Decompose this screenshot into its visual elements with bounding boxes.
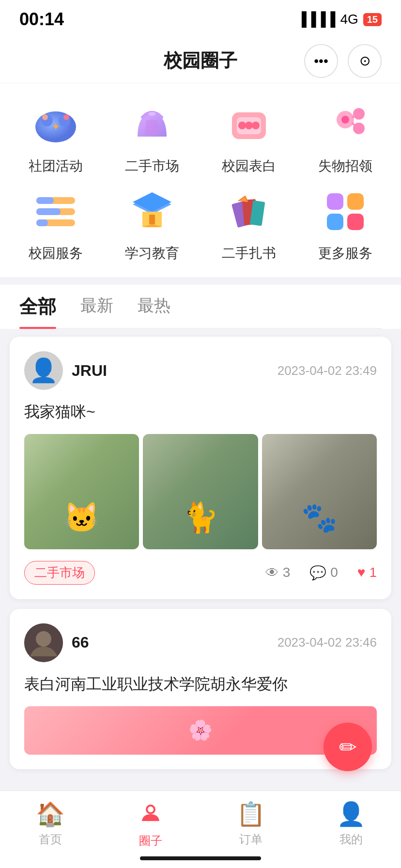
username-2: 66 bbox=[72, 634, 89, 651]
likes-count-1: 1 bbox=[369, 565, 377, 580]
category-item-zashu[interactable]: 二手扎书 bbox=[203, 185, 295, 263]
svg-point-4 bbox=[42, 114, 48, 120]
home-indicator bbox=[140, 856, 261, 860]
nav-orders[interactable]: 📋 订单 bbox=[200, 801, 301, 847]
category-item-ershow[interactable]: 二手市场 bbox=[107, 98, 199, 175]
svg-point-10 bbox=[245, 122, 253, 129]
nav-home[interactable]: 🏠 首页 bbox=[0, 801, 100, 847]
post-tag-1[interactable]: 二手市场 bbox=[24, 561, 95, 585]
svg-rect-35 bbox=[347, 214, 364, 230]
category-grid: ✦ 社团活动 bbox=[10, 98, 391, 263]
category-section: ✦ 社团活动 bbox=[0, 83, 401, 277]
svg-rect-33 bbox=[347, 193, 364, 210]
biaobai-label: 校园表白 bbox=[222, 157, 276, 175]
tab-latest[interactable]: 最新 bbox=[80, 294, 113, 328]
header-actions: ••• ⊙ bbox=[304, 44, 382, 78]
tab-hot[interactable]: 最热 bbox=[138, 294, 170, 328]
post-image-1-2[interactable] bbox=[143, 434, 258, 549]
category-item-fuwu[interactable]: 校园服务 bbox=[10, 185, 102, 263]
compose-icon: ✏ bbox=[339, 735, 357, 760]
views-count-1: 3 bbox=[283, 565, 291, 580]
eye-icon: 👁 bbox=[265, 565, 279, 581]
post-images-1 bbox=[24, 434, 377, 549]
svg-point-6 bbox=[148, 112, 156, 116]
svg-point-14 bbox=[353, 123, 365, 134]
orders-label: 订单 bbox=[239, 832, 262, 847]
shetuanhuodong-label: 社团活动 bbox=[29, 157, 83, 175]
shiwu-icon bbox=[319, 98, 372, 151]
shiwu-label: 失物招领 bbox=[318, 157, 372, 175]
username-1: JRUI bbox=[72, 362, 107, 380]
more-button[interactable]: ••• bbox=[304, 44, 338, 78]
more-services-label: 更多服务 bbox=[318, 244, 372, 263]
biaobai-icon bbox=[222, 98, 276, 151]
avatar-1: 👤 bbox=[24, 351, 63, 390]
category-item-jiaoyu[interactable]: 学习教育 bbox=[107, 185, 199, 263]
svg-text:✦: ✦ bbox=[51, 121, 60, 133]
scan-icon: ⊙ bbox=[359, 53, 370, 69]
home-label: 首页 bbox=[39, 832, 62, 847]
network-type: 4G bbox=[340, 12, 358, 27]
post-image-1-1[interactable] bbox=[24, 434, 139, 549]
post-content-1: 我家猫咪~ bbox=[24, 400, 377, 424]
comment-icon: 💬 bbox=[309, 565, 326, 581]
post-user-1: 👤 JRUI bbox=[24, 351, 107, 390]
status-icons: ▐▐▐▐ 4G 15 bbox=[297, 12, 382, 27]
nav-circle[interactable]: 圈子 bbox=[100, 801, 200, 849]
likes-stat-1[interactable]: ♥ 1 bbox=[357, 565, 377, 580]
tab-all[interactable]: 全部 bbox=[19, 294, 56, 328]
svg-point-5 bbox=[63, 114, 69, 120]
tabs-section: 全部 最新 最热 bbox=[0, 285, 401, 329]
more-services-icon bbox=[319, 185, 372, 238]
post-card-1: 👤 JRUI 2023-04-02 23:49 我家猫咪~ 二手市场 👁 3 💬… bbox=[10, 337, 391, 599]
nav-mine[interactable]: 👤 我的 bbox=[301, 801, 401, 847]
comments-count-1: 0 bbox=[330, 565, 338, 580]
post-user-2: 66 bbox=[24, 623, 89, 662]
battery-badge: 15 bbox=[363, 13, 382, 26]
post-footer-1: 二手市场 👁 3 💬 0 ♥ 1 bbox=[24, 561, 377, 585]
category-item-shiwu[interactable]: 失物招领 bbox=[300, 98, 392, 175]
default-avatar-icon: 👤 bbox=[29, 357, 58, 384]
svg-point-11 bbox=[252, 122, 260, 129]
fuwu-icon bbox=[29, 185, 82, 238]
ershow-label: 二手市场 bbox=[125, 157, 179, 175]
scan-button[interactable]: ⊙ bbox=[348, 44, 382, 78]
post-image-1-3[interactable] bbox=[262, 434, 377, 549]
orders-icon: 📋 bbox=[236, 801, 265, 828]
avatar-2 bbox=[24, 623, 63, 662]
svg-rect-28 bbox=[149, 215, 155, 224]
category-item-more[interactable]: 更多服务 bbox=[300, 185, 392, 263]
status-bar: 00:14 ▐▐▐▐ 4G 15 bbox=[0, 0, 401, 39]
category-item-shetuanhuodong[interactable]: ✦ 社团活动 bbox=[10, 98, 102, 175]
circle-label: 圈子 bbox=[139, 833, 162, 849]
svg-rect-34 bbox=[327, 214, 343, 230]
svg-point-9 bbox=[238, 122, 246, 129]
category-item-biaobai[interactable]: 校园表白 bbox=[203, 98, 295, 175]
svg-rect-32 bbox=[327, 193, 343, 210]
svg-marker-25 bbox=[133, 192, 171, 212]
ershow-icon bbox=[125, 98, 179, 151]
svg-point-17 bbox=[341, 116, 349, 124]
tabs-row: 全部 最新 最热 bbox=[19, 294, 382, 329]
svg-point-13 bbox=[353, 108, 365, 120]
views-stat-1: 👁 3 bbox=[265, 565, 291, 581]
heart-icon: ♥ bbox=[357, 565, 366, 580]
page-title: 校园圈子 bbox=[164, 48, 237, 73]
signal-icon: ▐▐▐▐ bbox=[297, 12, 335, 27]
comments-stat-1[interactable]: 💬 0 bbox=[309, 565, 338, 581]
compose-fab[interactable]: ✏ bbox=[324, 723, 372, 771]
post-stats-1: 👁 3 💬 0 ♥ 1 bbox=[265, 565, 377, 581]
mine-icon: 👤 bbox=[337, 801, 366, 828]
bottom-nav: 🏠 首页 圈子 📋 订单 👤 我的 bbox=[0, 790, 401, 868]
post-content-2: 表白河南工业职业技术学院胡永华爱你 bbox=[24, 672, 377, 697]
svg-point-39 bbox=[148, 806, 154, 812]
post-time-2: 2023-04-02 23:46 bbox=[278, 635, 377, 650]
more-icon: ••• bbox=[314, 53, 328, 69]
fuwu-label: 校园服务 bbox=[29, 244, 83, 263]
svg-point-37 bbox=[36, 631, 51, 647]
svg-rect-21 bbox=[36, 208, 61, 215]
circle-icon bbox=[139, 801, 162, 829]
post-header-2: 66 2023-04-02 23:46 bbox=[24, 623, 377, 662]
svg-rect-23 bbox=[36, 219, 48, 226]
status-time: 00:14 bbox=[19, 9, 64, 30]
